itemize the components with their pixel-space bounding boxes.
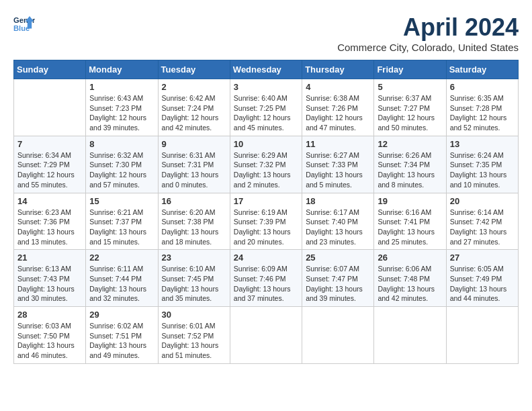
table-row	[374, 307, 446, 364]
day-number: 28	[17, 310, 82, 320]
day-info: Sunrise: 6:19 AMSunset: 7:39 PMDaylight:…	[234, 208, 298, 247]
day-number: 8	[89, 139, 154, 149]
table-row	[14, 79, 86, 136]
day-info: Sunrise: 6:21 AMSunset: 7:37 PMDaylight:…	[89, 208, 154, 247]
title-block: April 2024 Commerce City, Colorado, Unit…	[337, 13, 519, 53]
day-info: Sunrise: 6:13 AMSunset: 7:43 PMDaylight:…	[17, 264, 82, 304]
table-row: 20 Sunrise: 6:14 AMSunset: 7:42 PMDaylig…	[446, 193, 518, 250]
day-number: 13	[450, 139, 515, 149]
day-number: 17	[234, 196, 298, 206]
table-row: 10 Sunrise: 6:29 AMSunset: 7:32 PMDaylig…	[230, 136, 302, 193]
day-number: 14	[17, 196, 82, 206]
table-row: 15 Sunrise: 6:21 AMSunset: 7:37 PMDaylig…	[86, 193, 158, 250]
day-number: 22	[89, 253, 154, 263]
table-row: 22 Sunrise: 6:11 AMSunset: 7:44 PMDaylig…	[86, 250, 158, 307]
day-number: 24	[234, 253, 298, 263]
logo: General Blue	[13, 13, 38, 35]
day-info: Sunrise: 6:09 AMSunset: 7:46 PMDaylight:…	[234, 264, 298, 304]
table-row: 27 Sunrise: 6:05 AMSunset: 7:49 PMDaylig…	[446, 250, 518, 307]
table-row: 17 Sunrise: 6:19 AMSunset: 7:39 PMDaylig…	[230, 193, 302, 250]
day-number: 29	[89, 310, 154, 320]
day-number: 2	[162, 82, 226, 92]
table-row	[446, 307, 518, 364]
header-tuesday: Tuesday	[158, 60, 230, 79]
table-row: 13 Sunrise: 6:24 AMSunset: 7:35 PMDaylig…	[446, 136, 518, 193]
day-number: 21	[17, 253, 82, 263]
table-row: 9 Sunrise: 6:31 AMSunset: 7:31 PMDayligh…	[158, 136, 230, 193]
day-info: Sunrise: 6:26 AMSunset: 7:34 PMDaylight:…	[378, 150, 442, 190]
day-info: Sunrise: 6:37 AMSunset: 7:27 PMDaylight:…	[378, 93, 442, 133]
day-info: Sunrise: 6:10 AMSunset: 7:45 PMDaylight:…	[162, 264, 226, 304]
calendar-week-4: 21 Sunrise: 6:13 AMSunset: 7:43 PMDaylig…	[14, 250, 519, 307]
day-number: 26	[378, 253, 442, 263]
page-header: General Blue April 2024 Commerce City, C…	[13, 13, 519, 53]
day-info: Sunrise: 6:40 AMSunset: 7:25 PMDaylight:…	[234, 93, 298, 133]
day-number: 9	[162, 139, 226, 149]
table-row: 23 Sunrise: 6:10 AMSunset: 7:45 PMDaylig…	[158, 250, 230, 307]
day-number: 5	[378, 82, 442, 92]
calendar-week-2: 7 Sunrise: 6:34 AMSunset: 7:29 PMDayligh…	[14, 136, 519, 193]
table-row: 4 Sunrise: 6:38 AMSunset: 7:26 PMDayligh…	[302, 79, 374, 136]
table-row: 18 Sunrise: 6:17 AMSunset: 7:40 PMDaylig…	[302, 193, 374, 250]
day-info: Sunrise: 6:38 AMSunset: 7:26 PMDaylight:…	[306, 93, 370, 133]
day-info: Sunrise: 6:11 AMSunset: 7:44 PMDaylight:…	[89, 264, 154, 304]
day-number: 11	[306, 139, 370, 149]
day-info: Sunrise: 6:14 AMSunset: 7:42 PMDaylight:…	[450, 208, 515, 247]
day-info: Sunrise: 6:16 AMSunset: 7:41 PMDaylight:…	[378, 208, 442, 247]
table-row: 12 Sunrise: 6:26 AMSunset: 7:34 PMDaylig…	[374, 136, 446, 193]
table-row: 3 Sunrise: 6:40 AMSunset: 7:25 PMDayligh…	[230, 79, 302, 136]
day-info: Sunrise: 6:24 AMSunset: 7:35 PMDaylight:…	[450, 150, 515, 190]
table-row	[302, 307, 374, 364]
table-row: 19 Sunrise: 6:16 AMSunset: 7:41 PMDaylig…	[374, 193, 446, 250]
day-number: 4	[306, 82, 370, 92]
table-row: 29 Sunrise: 6:02 AMSunset: 7:51 PMDaylig…	[86, 307, 158, 364]
day-number: 10	[234, 139, 298, 149]
table-row	[230, 307, 302, 364]
day-number: 7	[17, 139, 82, 149]
day-info: Sunrise: 6:06 AMSunset: 7:48 PMDaylight:…	[378, 264, 442, 304]
header-sunday: Sunday	[14, 60, 86, 79]
table-row: 2 Sunrise: 6:42 AMSunset: 7:24 PMDayligh…	[158, 79, 230, 136]
day-info: Sunrise: 6:27 AMSunset: 7:33 PMDaylight:…	[306, 150, 370, 190]
calendar-table: Sunday Monday Tuesday Wednesday Thursday…	[13, 60, 519, 364]
day-info: Sunrise: 6:34 AMSunset: 7:29 PMDaylight:…	[17, 150, 82, 190]
calendar-week-1: 1 Sunrise: 6:43 AMSunset: 7:23 PMDayligh…	[14, 79, 519, 136]
day-number: 19	[378, 196, 442, 206]
header-saturday: Saturday	[446, 60, 518, 79]
table-row: 1 Sunrise: 6:43 AMSunset: 7:23 PMDayligh…	[86, 79, 158, 136]
day-number: 18	[306, 196, 370, 206]
day-info: Sunrise: 6:23 AMSunset: 7:36 PMDaylight:…	[17, 208, 82, 247]
table-row: 6 Sunrise: 6:35 AMSunset: 7:28 PMDayligh…	[446, 79, 518, 136]
location: Commerce City, Colorado, United States	[337, 42, 519, 53]
day-info: Sunrise: 6:43 AMSunset: 7:23 PMDaylight:…	[89, 93, 154, 133]
table-row: 24 Sunrise: 6:09 AMSunset: 7:46 PMDaylig…	[230, 250, 302, 307]
day-info: Sunrise: 6:42 AMSunset: 7:24 PMDaylight:…	[162, 93, 226, 133]
day-number: 20	[450, 196, 515, 206]
calendar-header-row: Sunday Monday Tuesday Wednesday Thursday…	[14, 60, 519, 79]
table-row: 26 Sunrise: 6:06 AMSunset: 7:48 PMDaylig…	[374, 250, 446, 307]
day-number: 25	[306, 253, 370, 263]
header-thursday: Thursday	[302, 60, 374, 79]
table-row: 5 Sunrise: 6:37 AMSunset: 7:27 PMDayligh…	[374, 79, 446, 136]
day-info: Sunrise: 6:07 AMSunset: 7:47 PMDaylight:…	[306, 264, 370, 304]
day-info: Sunrise: 6:20 AMSunset: 7:38 PMDaylight:…	[162, 208, 226, 247]
day-number: 23	[162, 253, 226, 263]
day-info: Sunrise: 6:05 AMSunset: 7:49 PMDaylight:…	[450, 264, 515, 304]
table-row: 28 Sunrise: 6:03 AMSunset: 7:50 PMDaylig…	[14, 307, 86, 364]
header-monday: Monday	[86, 60, 158, 79]
day-info: Sunrise: 6:29 AMSunset: 7:32 PMDaylight:…	[234, 150, 298, 190]
day-info: Sunrise: 6:01 AMSunset: 7:52 PMDaylight:…	[162, 321, 226, 361]
day-number: 30	[162, 310, 226, 320]
table-row: 21 Sunrise: 6:13 AMSunset: 7:43 PMDaylig…	[14, 250, 86, 307]
day-number: 15	[89, 196, 154, 206]
day-info: Sunrise: 6:31 AMSunset: 7:31 PMDaylight:…	[162, 150, 226, 190]
day-number: 1	[89, 82, 154, 92]
day-info: Sunrise: 6:02 AMSunset: 7:51 PMDaylight:…	[89, 321, 154, 361]
calendar-week-3: 14 Sunrise: 6:23 AMSunset: 7:36 PMDaylig…	[14, 193, 519, 250]
calendar-week-5: 28 Sunrise: 6:03 AMSunset: 7:50 PMDaylig…	[14, 307, 519, 364]
day-number: 6	[450, 82, 515, 92]
day-number: 27	[450, 253, 515, 263]
month-year: April 2024	[337, 13, 519, 42]
svg-text:Blue: Blue	[13, 24, 30, 32]
header-friday: Friday	[374, 60, 446, 79]
